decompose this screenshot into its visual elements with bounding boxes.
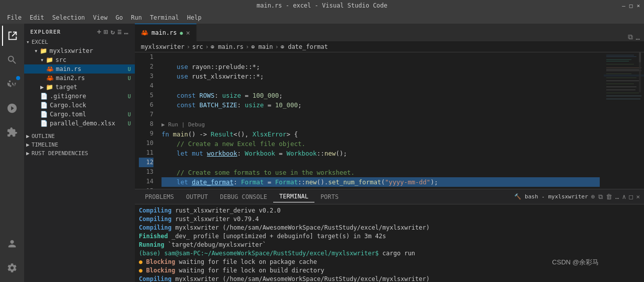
maximize-button[interactable]: □ — [629, 3, 633, 9]
svg-rect-5 — [606, 64, 634, 64]
root-label: EXCEL — [32, 39, 48, 45]
explorer-tree: ▾ EXCEL ▾ 📁 myxlsxwriter ▾ 📁 src 🦀 main.… — [24, 38, 135, 128]
split-terminal-icon[interactable]: ⧉ — [598, 193, 603, 201]
tab-close-icon[interactable]: × — [186, 29, 190, 37]
tab-terminal[interactable]: TERMINAL — [273, 191, 314, 202]
new-terminal-icon[interactable]: ⊕ — [591, 193, 595, 200]
breadcrumb-src[interactable]: src — [192, 43, 203, 50]
panel-maximize-icon[interactable]: □ — [629, 193, 633, 200]
timeline-section[interactable]: ▶ TIMELINE — [24, 140, 135, 149]
file-xlsx[interactable]: 📄 parallel_demo.xlsx U — [24, 119, 135, 128]
svg-rect-7 — [606, 69, 639, 69]
root-section[interactable]: ▾ EXCEL — [24, 38, 135, 46]
file-cargotoml-label: Cargo.toml — [50, 111, 86, 118]
folder-src[interactable]: ▾ 📁 src — [24, 55, 135, 64]
breadcrumb-mainrs[interactable]: ⊕ main.rs — [211, 43, 244, 50]
more-icon[interactable]: … — [124, 28, 129, 36]
menu-file[interactable]: File — [4, 13, 25, 22]
tab-problems[interactable]: PROBLEMS — [139, 191, 180, 202]
breadcrumb-sep4: › — [275, 43, 278, 50]
svg-rect-14 — [606, 87, 636, 87]
search-icon[interactable] — [2, 50, 22, 70]
outline-label: OUTLINE — [32, 133, 55, 139]
file-cargolock-icon: 📄 — [40, 102, 48, 109]
panel-collapse-icon[interactable]: ∧ — [622, 193, 626, 200]
tab-output[interactable]: OUTPUT — [180, 191, 214, 202]
sidebar-title: EXPLORER — [30, 29, 61, 35]
new-folder-icon[interactable]: ⊞ — [104, 28, 108, 36]
breadcrumb-main[interactable]: ⊕ main — [251, 43, 273, 50]
breadcrumb: myxlsxwriter › src › ⊕ main.rs › ⊕ main … — [135, 41, 644, 52]
file-main2-rs[interactable]: 🦀 main2.rs U — [24, 74, 135, 83]
file-cargo-toml[interactable]: 📄 Cargo.toml U — [24, 110, 135, 119]
title-bar: main.rs - excel - Visual Studio Code — □… — [0, 0, 644, 11]
breadcrumb-sep3: › — [246, 43, 249, 50]
timeline-label: TIMELINE — [32, 142, 58, 148]
file-gitignore-label: .gitignore — [50, 93, 86, 100]
breadcrumb-myxlsxwriter[interactable]: myxlsxwriter — [141, 43, 185, 50]
code-editor[interactable]: 12345 678910 111213 1415161718 192021222… — [135, 52, 604, 189]
folder-myxlsxwriter[interactable]: ▾ 📁 myxlsxwriter — [24, 46, 135, 55]
folder-src-label: src — [55, 56, 66, 63]
file-cargolock-label: Cargo.lock — [50, 102, 86, 109]
menu-view[interactable]: View — [90, 13, 111, 22]
file-cargo-lock[interactable]: 📄 Cargo.lock — [24, 101, 135, 110]
editor-area: 🦀 main.rs ● × ⧉ … myxlsxwriter › src › ⊕… — [135, 24, 644, 282]
svg-rect-18 — [606, 99, 640, 99]
breadcrumb-date-format[interactable]: ⊕ date_format — [281, 43, 328, 50]
minimap — [604, 52, 644, 189]
code-line-run-debug[interactable]: ▶ Run | Debug — [162, 121, 205, 128]
menu-terminal[interactable]: Terminal — [147, 13, 182, 22]
code-content[interactable]: use rayon::prelude::*; use rust_xlsxwrit… — [157, 52, 604, 189]
account-icon[interactable] — [2, 234, 22, 254]
watermark: CSDN @余彩马 — [552, 258, 599, 267]
extensions-icon[interactable] — [2, 122, 22, 143]
run-debug-icon[interactable] — [2, 98, 22, 118]
svg-rect-11 — [606, 78, 636, 78]
close-button[interactable]: × — [636, 3, 640, 9]
tab-main-rs[interactable]: 🦀 main.rs ● × — [135, 24, 197, 41]
file-main-label: main.rs — [56, 65, 82, 73]
panel-close-icon[interactable]: × — [636, 193, 640, 200]
sidebar-actions: + ⊞ ↻ ≡ … — [97, 28, 129, 36]
folder-target-expand-icon: ▶ — [40, 84, 44, 91]
file-gitignore[interactable]: 📄 .gitignore U — [24, 92, 135, 101]
kill-terminal-icon[interactable]: 🗑 — [606, 193, 612, 200]
tab-debug-console[interactable]: DEBUG CONSOLE — [214, 191, 273, 202]
window-controls[interactable]: — □ × — [622, 3, 640, 9]
menu-selection[interactable]: Selection — [49, 13, 88, 22]
term-line-8: ● Blocking waiting for file lock on buil… — [139, 266, 640, 275]
split-editor-icon[interactable]: ⧉ — [628, 33, 633, 41]
collapse-icon[interactable]: ≡ — [117, 28, 122, 36]
tab-bar: 🦀 main.rs ● × ⧉ … — [135, 24, 644, 41]
svg-rect-0 — [604, 52, 644, 189]
terminal-more-icon[interactable]: … — [615, 193, 619, 200]
refresh-icon[interactable]: ↻ — [111, 28, 115, 36]
svg-rect-16 — [606, 93, 639, 93]
rustdeps-label: RUST DEPENDENCIES — [32, 150, 89, 157]
svg-rect-3 — [606, 59, 631, 60]
breadcrumb-sep1: › — [187, 43, 190, 50]
new-file-icon[interactable]: + — [97, 28, 102, 36]
menu-help[interactable]: Help — [184, 13, 205, 22]
explorer-icon[interactable] — [2, 26, 22, 46]
terminal-content[interactable]: Compiling rust_xlsxwriter_derive v0.2.0 … — [135, 204, 644, 282]
rust-deps-section[interactable]: ▶ RUST DEPENDENCIES — [24, 149, 135, 158]
minimize-button[interactable]: — — [622, 3, 625, 9]
outline-section[interactable]: ▶ OUTLINE — [24, 132, 135, 140]
code-line-4: const ROWS: usize = 100_000; — [162, 92, 283, 99]
settings-icon[interactable] — [2, 258, 22, 278]
menu-run[interactable]: Run — [128, 13, 145, 22]
sidebar-header: EXPLORER + ⊞ ↻ ≡ … — [24, 24, 135, 38]
more-actions-icon[interactable]: … — [636, 33, 640, 41]
panel-tabs: PROBLEMS OUTPUT DEBUG CONSOLE TERMINAL P… — [135, 189, 644, 204]
code-line-8: // Create a new Excel file object. — [162, 140, 305, 148]
tab-ports[interactable]: PORTS — [314, 191, 345, 202]
source-control-icon[interactable] — [2, 74, 22, 94]
menu-go[interactable]: Go — [113, 13, 126, 22]
file-main-rs[interactable]: 🦀 main.rs U — [24, 64, 135, 74]
folder-target[interactable]: ▶ 📁 target — [24, 83, 135, 92]
menu-edit[interactable]: Edit — [27, 13, 47, 22]
title-text: main.rs - excel - Visual Studio Code — [257, 2, 387, 9]
term-line-9: Compiling myxlsxwriter (/home/sam/Awesom… — [139, 275, 640, 282]
